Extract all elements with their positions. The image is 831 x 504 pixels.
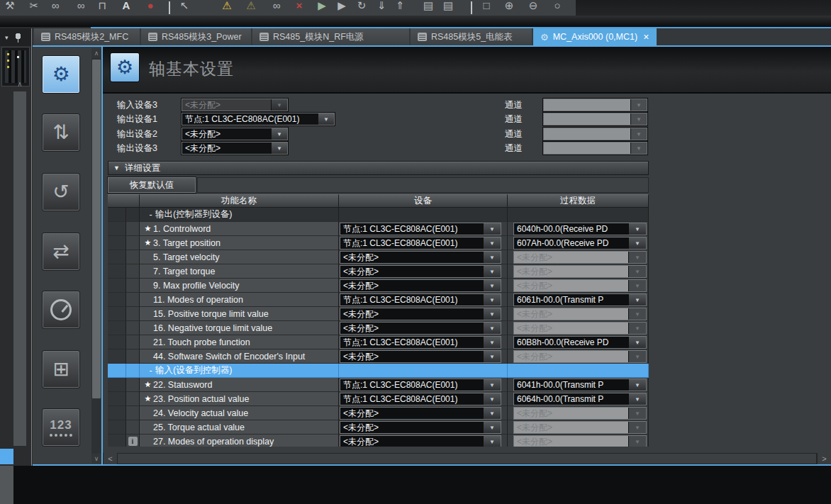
device-dropdown[interactable]: <未分配> <box>340 279 501 292</box>
zoom-reset-icon[interactable]: ○ <box>549 0 566 16</box>
output-device2-dropdown[interactable]: <未分配> <box>182 128 288 140</box>
detail-settings-expander[interactable]: 详细设置 <box>108 161 649 175</box>
close-icon[interactable]: × <box>643 31 649 43</box>
scroll-right-icon[interactable]: > <box>818 453 831 464</box>
device-dropdown[interactable]: 节点:1 CL3C-EC808AC(E001) <box>340 393 501 405</box>
device-dropdown[interactable]: <未分配> <box>340 350 501 363</box>
sidebar-item-other-operation[interactable]: ⇄ <box>42 233 80 271</box>
table-group-row[interactable]: -输出(控制器到设备) <box>108 208 649 222</box>
zoom-fit-icon[interactable]: □ <box>478 0 495 16</box>
table-row[interactable]: 44. Software Switch of Encoder's Input <… <box>108 349 649 364</box>
watch-window-icon[interactable]: ∞ <box>47 0 64 16</box>
table-row[interactable]: 24. Velocity actual value <未分配> <未分配> <box>108 406 649 420</box>
table-row[interactable]: 16. Negative torque limit value <未分配> <未… <box>108 321 649 335</box>
table-row[interactable]: 11. Modes of operation 节点:1 CL3C-EC808AC… <box>108 293 649 307</box>
sidebar-item-operation-settings[interactable]: ↺ <box>42 173 80 211</box>
zoom-in-icon[interactable]: ⊕ <box>501 0 518 16</box>
sidebar-item-axis-basic-settings[interactable]: ⚙ <box>42 55 80 94</box>
stop-monitor-icon[interactable]: × <box>291 0 308 16</box>
record-icon[interactable]: ● <box>142 0 159 16</box>
process-data-dropdown[interactable]: <未分配> <box>513 407 647 420</box>
process-data-dropdown[interactable]: 6041h-00.0(Transmit P <box>513 379 647 391</box>
output-device1-dropdown[interactable]: 节点:1 CL3C-EC808AC(E001) <box>182 113 335 125</box>
table-row[interactable]: 5. Target velocity <未分配> <未分配> <box>108 250 649 264</box>
scroll-up-icon[interactable]: ∧ <box>13 79 27 89</box>
restore-default-button[interactable]: 恢复默认值 <box>108 177 196 193</box>
monitor-icon[interactable]: ∞ <box>268 0 285 16</box>
horizontal-scrollbar-thumb[interactable] <box>118 454 816 464</box>
device-dropdown[interactable]: <未分配> <box>340 308 501 320</box>
download-icon[interactable]: ⇓ <box>373 0 390 16</box>
device-dropdown[interactable]: <未分配> <box>340 265 501 278</box>
device-dropdown[interactable]: 节点:1 CL3C-EC808AC(E001) <box>340 336 501 349</box>
process-data-dropdown[interactable]: 60B8h-00.0(Receive PD <box>513 336 647 349</box>
device-dropdown[interactable]: <未分配> <box>340 421 501 434</box>
process-data-dropdown[interactable]: 607Ah-00.0(Receive PD <box>513 237 647 250</box>
device-dropdown[interactable]: 节点:1 CL3C-EC808AC(E001) <box>340 379 501 391</box>
channel-dropdown[interactable] <box>543 99 647 111</box>
sidebar-item-homing-settings[interactable]: ⊞ <box>42 350 80 388</box>
process-data-dropdown[interactable]: <未分配> <box>513 308 647 320</box>
compare-icon[interactable]: ▤ <box>420 0 437 16</box>
table-row[interactable]: 25. Torque actual value <未分配> <未分配> <box>108 420 649 435</box>
pin-icon[interactable] <box>15 33 21 43</box>
input-device3-dropdown[interactable]: <未分配> <box>182 99 288 111</box>
sidebar-item-position-count[interactable]: 123 <box>42 408 80 447</box>
table-row[interactable]: 21. Touch probe function 节点:1 CL3C-EC808… <box>108 335 649 349</box>
device-dropdown[interactable]: 节点:1 CL3C-EC808AC(E001) <box>340 223 501 235</box>
sidebar-item-limit-settings[interactable] <box>42 291 80 329</box>
table-row[interactable]: 9. Max profile Velocity <未分配> <未分配> <box>108 279 649 293</box>
panel-splitter[interactable] <box>31 28 32 466</box>
sidebar-item-unit-conversion[interactable]: ⇅ <box>42 113 80 152</box>
device-dropdown[interactable]: 节点:1 CL3C-EC808AC(E001) <box>340 293 501 306</box>
output-device3-dropdown[interactable]: <未分配> <box>182 142 288 155</box>
process-data-dropdown[interactable]: 6040h-00.0(Receive PD <box>513 223 647 235</box>
scroll-left-icon[interactable]: < <box>104 453 117 464</box>
step-icon[interactable]: ▶ <box>333 0 350 16</box>
tab-rs485-modulen-rf[interactable]: RS485_模块N_RF电源 <box>252 28 409 45</box>
device-dropdown[interactable]: <未分配> <box>340 322 501 335</box>
process-data-dropdown[interactable]: <未分配> <box>513 251 647 264</box>
scroll-up-icon[interactable] <box>91 48 101 58</box>
table-row[interactable]: ★1. Controlword 节点:1 CL3C-EC808AC(E001) … <box>108 222 649 236</box>
side-panel-scrollbar[interactable] <box>13 91 27 447</box>
device-dropdown[interactable]: <未分配> <box>340 435 501 447</box>
channel-dropdown[interactable] <box>543 128 647 140</box>
chevron-down-icon[interactable]: ▾ <box>5 34 9 41</box>
table-row[interactable]: ★22. Statusword 节点:1 CL3C-EC808AC(E001) … <box>108 378 649 392</box>
channel-dropdown[interactable] <box>543 142 647 155</box>
process-data-dropdown[interactable]: <未分配> <box>513 279 647 292</box>
process-data-dropdown[interactable]: <未分配> <box>513 350 647 363</box>
tab-rs485-module2-mfc[interactable]: RS485模块2_MFC <box>34 28 140 45</box>
run-icon[interactable]: ▶ <box>313 0 330 16</box>
warning-icon[interactable]: ⚠ <box>218 0 235 16</box>
tab-rs485-module3-power[interactable]: RS485模块3_Power <box>141 28 251 45</box>
watch-table-icon[interactable]: ∞ <box>72 0 89 16</box>
device-dropdown[interactable]: <未分配> <box>340 251 501 264</box>
compare-sync-icon[interactable]: ▤ <box>440 0 457 16</box>
table-row[interactable]: 7. Target torque <未分配> <未分配> <box>108 264 649 279</box>
process-data-dropdown[interactable]: <未分配> <box>513 435 647 447</box>
side-panel-selection[interactable] <box>0 449 13 464</box>
pulse-icon[interactable]: ⊓ <box>94 0 111 16</box>
process-data-dropdown[interactable]: 6061h-00.0(Transmit P <box>513 293 647 306</box>
font-icon[interactable]: A <box>118 0 135 16</box>
process-data-dropdown[interactable]: 6064h-00.0(Transmit P <box>513 393 647 405</box>
upload-icon[interactable]: ⇑ <box>391 0 408 16</box>
process-data-dropdown[interactable]: <未分配> <box>513 265 647 278</box>
table-row[interactable]: ★23. Position actual value 节点:1 CL3C-EC8… <box>108 392 649 406</box>
cut-icon[interactable]: ✂ <box>26 0 43 16</box>
select-pointer-icon[interactable]: ↖ <box>176 0 193 16</box>
sidebar-scrollbar-thumb[interactable] <box>92 60 101 398</box>
table-row[interactable]: i 27. Modes of operation display <未分配> <… <box>108 435 649 447</box>
tab-mc-axis000[interactable]: MC_Axis000 (0,MC1) × <box>533 28 657 45</box>
refresh-icon[interactable]: ↻ <box>353 0 370 16</box>
process-data-dropdown[interactable]: <未分配> <box>513 421 647 434</box>
tab-rs485-module5-meter[interactable]: RS485模块5_电能表 <box>411 28 532 45</box>
build-icon[interactable]: ⚒ <box>1 0 18 16</box>
table-row[interactable]: ★3. Target position 节点:1 CL3C-EC808AC(E0… <box>108 236 649 250</box>
table-group-row-selected[interactable]: -输入(设备到控制器) <box>108 364 649 378</box>
device-dropdown[interactable]: 节点:1 CL3C-EC808AC(E001) <box>340 237 501 250</box>
zoom-out-icon[interactable]: ⊖ <box>525 0 542 16</box>
device-dropdown[interactable]: <未分配> <box>340 407 501 420</box>
